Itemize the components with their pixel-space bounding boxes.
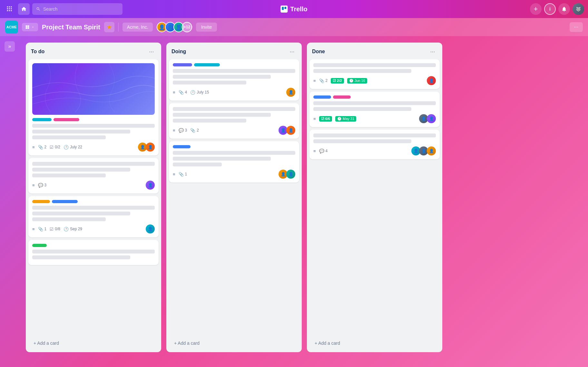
svg-rect-1 [9,6,10,7]
card-2-line-2 [32,168,130,172]
card-4-line-1 [32,250,155,253]
card-1[interactable]: ≡ 📎 2 ☑ 0/2 🕐 July 22 👤 👤 [28,59,159,155]
card-3-description-icon: ≡ [32,227,35,232]
card-7-line-2 [173,157,271,161]
card-3-labels [32,200,155,203]
column-header-todo: To do ··· [26,43,161,59]
add-card-button-todo[interactable]: + Add a card [31,339,156,348]
more-members-button[interactable]: +12 [182,22,192,32]
label-blue [313,95,331,99]
card-6-avatars: 👤 👤 [279,126,295,135]
board-menu-button[interactable] [22,23,38,31]
app-name: Trello [290,5,307,13]
column-header-done: Done ··· [307,43,442,59]
board-header: ACME Project Team Spirit Acme, Inc. 👤 👤 … [0,18,588,36]
add-button[interactable]: + [530,3,542,15]
card-5-line-2 [173,75,271,79]
svg-rect-8 [11,10,12,11]
card-3-avatars: 👤 [146,224,155,233]
card-9[interactable]: ≡ ☑ 6/6 🕐 May 31 👤 👤 [309,92,440,127]
card-6[interactable]: ≡ 💬 3 📎 2 👤 👤 [169,103,299,139]
card-7-line-3 [173,163,222,166]
card-5-date: 🕐 July 15 [190,90,209,95]
label-blue [173,145,191,148]
card-10-comments: 💬 4 [319,149,328,154]
notifications-button[interactable] [558,3,570,15]
card-1-line-3 [32,135,106,139]
card-8-checklist-badge: ☑ 2/2 [331,78,344,84]
card-9-line-2 [313,107,411,111]
nav-right: + i 🐺 [530,3,584,15]
card-7-attachments: 📎 1 [179,172,187,177]
info-button[interactable]: i [544,3,556,15]
card-4[interactable] [28,240,159,265]
card-5-labels [173,63,295,66]
column-footer-todo: + Add a card [26,336,161,352]
svg-rect-3 [7,8,8,9]
card-1-checklist: ☑ 0/2 [50,145,60,150]
column-title-doing: Doing [172,49,186,55]
card-8-line-1 [313,63,436,67]
grid-menu-button[interactable] [4,3,15,15]
card-3[interactable]: ≡ 📎 1 ☑ 0/8 🕐 Sep 29 👤 [28,196,159,237]
column-title-todo: To do [31,49,44,55]
card-5-description-icon: ≡ [173,90,175,95]
user-avatar[interactable]: 🐺 [573,3,584,15]
card-8-date-badge: 🕐 Jun 16 [347,78,367,84]
card-9-line-1 [313,101,436,105]
star-button[interactable] [104,22,114,32]
column-todo: To do ··· [26,43,161,352]
card-6-attachments: 📎 2 [190,128,199,133]
column-footer-done: + Add a card [307,336,442,352]
label-cyan [194,63,220,66]
card-5-meta: ≡ 📎 4 🕐 July 15 👤 [173,88,295,97]
label-green [32,244,47,247]
search-bar[interactable]: Search [32,3,122,15]
card-9-meta: ≡ ☑ 6/6 🕐 May 31 👤 👤 [313,114,436,123]
card-8-line-2 [313,69,411,73]
card-2-comments: 💬 3 [38,183,47,188]
card-6-avatar-2: 👤 [286,126,295,135]
add-card-button-doing[interactable]: + Add a card [172,339,297,348]
card-10-line-2 [313,139,411,143]
card-5-avatar-1: 👤 [286,88,295,97]
card-8-attachments: 📎 2 [319,78,328,83]
column-menu-doing[interactable]: ··· [288,47,297,56]
label-pink [333,95,351,99]
card-2[interactable]: ≡ 💬 3 👤 [28,158,159,193]
card-8-avatar-1: 👤 [427,76,436,85]
card-10[interactable]: ≡ 💬 4 👤 👤 👤 [309,130,440,159]
card-3-attachments: 📎 1 [38,227,47,232]
workspace-button[interactable]: Acme, Inc. [122,23,153,32]
member-avatars: 👤 👤 👤 +12 [157,22,192,32]
invite-button[interactable]: Invite [196,23,217,32]
card-3-date: 🕐 Sep 29 [64,227,82,232]
card-8[interactable]: ≡ 📎 2 ☑ 2/2 🕐 Jun 16 👤 [309,59,440,89]
card-8-avatars: 👤 [427,76,436,85]
card-9-description-icon: ≡ [313,116,316,121]
card-2-meta: ≡ 💬 3 👤 [32,181,155,190]
add-card-button-done[interactable]: + Add a card [312,339,437,348]
home-button[interactable] [18,3,30,15]
card-2-line-3 [32,174,106,177]
card-6-line-3 [173,119,246,123]
label-pink [54,118,79,121]
card-10-meta: ≡ 💬 4 👤 👤 👤 [313,146,436,155]
card-7-labels [173,145,295,148]
card-5-attachments: 📎 4 [179,90,187,95]
column-title-done: Done [312,49,325,55]
sidebar-expand-button[interactable]: » [5,41,15,52]
svg-rect-9 [26,25,27,27]
card-8-description-icon: ≡ [313,78,316,83]
card-1-labels [32,118,155,121]
card-cover [32,63,155,115]
svg-rect-11 [26,27,27,29]
card-4-labels [32,244,155,247]
card-5[interactable]: ≡ 📎 4 🕐 July 15 👤 [169,59,299,101]
more-options-button[interactable]: ··· [570,22,583,32]
card-10-description-icon: ≡ [313,149,316,154]
svg-rect-4 [9,8,10,9]
column-menu-done[interactable]: ··· [428,47,437,56]
column-menu-todo[interactable]: ··· [147,47,156,56]
card-7[interactable]: ≡ 📎 1 👤 👤 [169,141,299,183]
